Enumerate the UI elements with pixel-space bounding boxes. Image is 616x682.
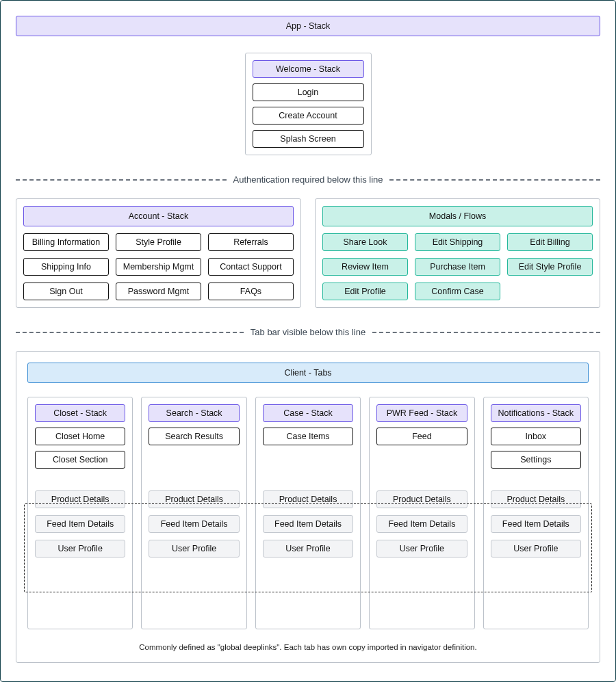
tab-title: Search - Stack <box>149 404 239 422</box>
deeplink-item: Product Details <box>376 490 467 508</box>
welcome-item: Create Account <box>253 107 364 124</box>
client-tabs-pill: Client - Tabs <box>27 363 589 383</box>
welcome-stack-pill: Welcome - Stack <box>253 60 364 78</box>
tab-item: Case Items <box>263 428 353 445</box>
deeplink-item: User Profile <box>35 540 125 558</box>
modals-panel: Modals / Flows Share Look Edit Shipping … <box>315 198 600 308</box>
account-item: Shipping Info <box>23 258 109 276</box>
account-item: Style Profile <box>116 233 201 251</box>
deeplink-item: Product Details <box>491 490 581 508</box>
welcome-item: Login <box>253 83 364 101</box>
tab-panel-closet: Closet - Stack Closet Home Closet Sectio… <box>27 397 133 629</box>
modal-item: Edit Billing <box>507 233 593 251</box>
tab-item: Inbox <box>491 428 581 445</box>
modal-item: Confirm Case <box>415 283 500 300</box>
tab-panel-notifications: Notifications - Stack Inbox Settings Pro… <box>483 397 589 629</box>
account-panel: Account - Stack Billing Information Styl… <box>16 198 301 308</box>
deeplink-item: Product Details <box>149 490 239 508</box>
deeplink-item: Product Details <box>263 490 353 508</box>
tabs-row: Closet - Stack Closet Home Closet Sectio… <box>27 397 589 629</box>
deeplink-item: Feed Item Details <box>263 515 353 533</box>
account-item: FAQs <box>208 283 294 300</box>
deeplink-item: User Profile <box>491 540 581 558</box>
modal-item: Purchase Item <box>415 258 500 276</box>
diagram-canvas: App - Stack Welcome - Stack Login Create… <box>0 0 616 682</box>
welcome-panel: Welcome - Stack Login Create Account Spl… <box>245 53 372 155</box>
deeplinks-footnote: Commonly defined as "global deeplinks". … <box>27 643 589 651</box>
deeplink-item: User Profile <box>263 540 353 558</box>
tab-title: Case - Stack <box>263 404 353 422</box>
tab-item: Settings <box>491 451 581 469</box>
tab-panel-search: Search - Stack Search Results Product De… <box>141 397 246 629</box>
account-item: Referrals <box>208 233 294 251</box>
client-panel: Client - Tabs Closet - Stack Closet Home… <box>16 351 600 663</box>
tab-item: Feed <box>376 428 467 445</box>
app-stack-pill: App - Stack <box>16 16 600 36</box>
account-item: Sign Out <box>23 283 109 300</box>
tab-item: Closet Section <box>35 451 125 469</box>
deeplink-item: Product Details <box>35 490 125 508</box>
account-item: Billing Information <box>23 233 109 251</box>
welcome-item: Splash Screen <box>253 130 364 148</box>
tab-item: Closet Home <box>35 428 125 445</box>
deeplink-item: User Profile <box>149 540 239 558</box>
account-item: Password Mgmt <box>116 283 201 300</box>
tabbar-divider: Tab bar visible below this line <box>16 327 600 337</box>
deeplink-item: Feed Item Details <box>149 515 239 533</box>
account-item: Membership Mgmt <box>116 258 201 276</box>
auth-divider: Authentication required below this line <box>16 174 600 185</box>
deeplink-item: Feed Item Details <box>35 515 125 533</box>
tab-title: Notifications - Stack <box>491 404 581 422</box>
modals-title-pill: Modals / Flows <box>322 206 593 226</box>
modal-item: Share Look <box>322 233 408 251</box>
tab-item: Search Results <box>149 428 239 445</box>
tab-panel-pwr-feed: PWR Feed - Stack Feed Product Details Fe… <box>369 397 474 629</box>
tabbar-divider-label: Tab bar visible below this line <box>251 327 365 337</box>
deeplink-item: Feed Item Details <box>491 515 581 533</box>
deeplink-item: Feed Item Details <box>376 515 467 533</box>
tab-title: PWR Feed - Stack <box>376 404 467 422</box>
modal-item: Edit Shipping <box>415 233 500 251</box>
modal-item: Edit Profile <box>322 283 408 300</box>
tab-title: Closet - Stack <box>35 404 125 422</box>
tab-panel-case: Case - Stack Case Items Product Details … <box>255 397 361 629</box>
auth-divider-label: Authentication required below this line <box>233 174 383 185</box>
modal-item: Edit Style Profile <box>507 258 593 276</box>
modal-item: Review Item <box>322 258 408 276</box>
deeplink-item: User Profile <box>376 540 467 558</box>
account-stack-pill: Account - Stack <box>23 206 294 226</box>
account-item: Contact Support <box>208 258 294 276</box>
